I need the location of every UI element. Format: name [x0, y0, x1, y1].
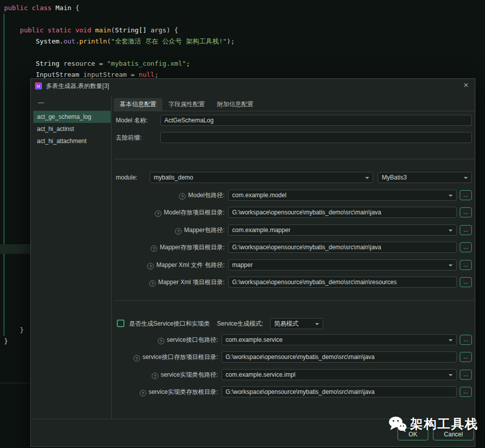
model-name-label: Model 名称: [116, 115, 148, 126]
service-impl-dir-input[interactable]: G:\workspace\opensource\mybatis_demo\src… [222, 386, 457, 397]
chevron-down-icon[interactable] [365, 177, 369, 179]
table-list-panel: — act_ge_schema_log act_hi_actinst act_h… [33, 97, 112, 419]
mapper-xml-dir-input[interactable]: G:\workspace\opensource\mybatis_demo\src… [228, 277, 457, 288]
collapse-button[interactable]: — [38, 99, 44, 106]
input-value: G:\workspace\opensource\mybatis_demo\src… [226, 353, 375, 361]
table-list-item[interactable]: act_ge_schema_log [33, 111, 111, 123]
browse-button[interactable]: ... [460, 335, 472, 345]
code-token: ) { [166, 26, 178, 34]
screen: public class Main { public static void m… [0, 0, 485, 448]
code-token: ( [111, 26, 115, 34]
code-token: out [63, 37, 75, 45]
code-token: String [36, 60, 60, 67]
chevron-down-icon[interactable] [449, 230, 453, 232]
mapper-package-input[interactable]: com.example.mapper [228, 225, 457, 236]
code-token: main [95, 26, 111, 34]
label-text: service实现类包路径: [161, 371, 218, 378]
input-value: mybatis_demo [154, 174, 193, 181]
table-list-item[interactable]: act_hi_attachment [33, 135, 111, 147]
service-impl-package-input[interactable]: com.example.service.impl [222, 369, 457, 380]
browse-button[interactable]: ... [460, 260, 472, 270]
model-name-input[interactable]: ActGeSchemaLog [160, 115, 472, 126]
code-token: { [71, 4, 79, 12]
help-icon[interactable]: ? [179, 193, 186, 200]
generator-version-select[interactable]: MyBatis3 [378, 172, 472, 183]
help-icon[interactable]: ? [152, 373, 158, 379]
intellij-icon: IJ [35, 82, 42, 89]
mapper-xml-package-input[interactable]: mapper [228, 259, 457, 271]
current-line-highlight [0, 244, 30, 254]
code-token: args [151, 26, 166, 34]
help-icon[interactable]: ? [149, 280, 156, 287]
watermark-text: 架构工具栈 [410, 416, 478, 432]
input-value: com.example.mapper [232, 227, 290, 234]
code-token: "mybatis_config.xml" [107, 60, 187, 67]
code-token [71, 26, 75, 34]
code-line: String resource = "mybatis_config.xml"; [4, 58, 190, 69]
chevron-down-icon[interactable] [449, 195, 453, 197]
code-token [52, 4, 56, 12]
label-text: Mapper Xml 文件 包路径: [156, 261, 225, 268]
form-row-service-dir: ?service接口存放项目根目录: G:\workspace\opensour… [114, 351, 474, 363]
service-package-input[interactable]: com.example.service [222, 334, 457, 345]
service-impl-package-label: ?service实现类包路径: [114, 369, 218, 380]
browse-button[interactable]: ... [460, 277, 472, 287]
input-value: G:\workspace\opensource\mybatis_demo\src… [232, 244, 381, 251]
code-token: class [32, 4, 52, 12]
code-token: InputStream [36, 71, 79, 78]
input-value: ActGeSchemaLog [164, 117, 213, 124]
generate-service-checkbox[interactable] [117, 320, 124, 327]
model-dir-label: ?Model存放项目根目录: [114, 207, 225, 218]
form-row-mapper-xml-dir: ?Mapper Xml 项目根目录: G:\workspace\opensour… [114, 277, 474, 288]
chevron-down-icon[interactable] [449, 339, 453, 341]
browse-button[interactable]: ... [460, 225, 472, 235]
chevron-down-icon[interactable] [464, 177, 468, 179]
mapper-package-label: ?Mapper包路径: [114, 225, 225, 236]
editor-divider [0, 383, 30, 383]
form-row-mapper-dir: ?Mapper存放项目根目录: G:\workspace\opensource\… [114, 242, 474, 253]
label-text: Mapper包路径: [184, 227, 225, 234]
code-token: ); [227, 37, 235, 45]
label-text: service实现类存放根目录: [149, 388, 218, 395]
service-dir-input[interactable]: G:\workspace\opensource\mybatis_demo\src… [222, 351, 457, 363]
service-mode-select[interactable]: 简易模式 [270, 318, 323, 329]
help-icon[interactable]: ? [151, 245, 157, 252]
prefix-input[interactable] [160, 132, 472, 143]
tab-additional-info[interactable]: 附加信息配置 [211, 98, 259, 111]
service-dir-label: ?service接口存放项目根目录: [114, 351, 218, 363]
mapper-dir-input[interactable]: G:\workspace\opensource\mybatis_demo\src… [228, 242, 457, 253]
table-list-item[interactable]: act_hi_actinst [33, 123, 111, 135]
help-icon[interactable]: ? [175, 228, 182, 235]
browse-button[interactable]: ... [460, 387, 472, 397]
chevron-down-icon[interactable] [315, 323, 319, 325]
close-icon[interactable]: ✕ [463, 81, 469, 89]
code-token [28, 4, 32, 12]
wechat-icon [388, 416, 407, 432]
model-package-label: ?Model包路径: [114, 190, 225, 201]
chevron-down-icon[interactable] [449, 374, 453, 376]
browse-button[interactable]: ... [460, 207, 472, 217]
tab-field-properties[interactable]: 字段属性配置 [162, 98, 211, 111]
code-token [4, 37, 36, 45]
model-dir-input[interactable]: G:\workspace\opensource\mybatis_demo\src… [228, 207, 457, 218]
chevron-down-icon[interactable] [449, 264, 453, 266]
browse-button[interactable]: ... [460, 370, 472, 380]
browse-button[interactable]: ... [460, 190, 472, 200]
tab-basic-info[interactable]: 基本信息配置 [114, 98, 162, 111]
code-token: println [79, 37, 107, 45]
help-icon[interactable]: ? [147, 263, 154, 270]
browse-button[interactable]: ... [460, 352, 472, 362]
code-line: System.out.println("全套激活 尽在 公众号 架构工具栈!")… [4, 36, 235, 47]
help-icon[interactable]: ? [158, 338, 164, 344]
module-select[interactable]: mybatis_demo [150, 172, 373, 183]
model-package-input[interactable]: com.example.model [228, 190, 457, 201]
mapper-xml-dir-label: ?Mapper Xml 项目根目录: [114, 277, 225, 288]
label-text: Mapper Xml 项目根目录: [158, 279, 225, 286]
browse-button[interactable]: ... [460, 242, 472, 252]
label-text: service接口存放项目根目录: [143, 353, 218, 361]
code-token [4, 71, 36, 78]
help-icon[interactable]: ? [140, 390, 146, 396]
form-row-mapper-xml-package: ?Mapper Xml 文件 包路径: mapper ... [114, 259, 474, 271]
help-icon[interactable]: ? [134, 355, 140, 362]
help-icon[interactable]: ? [155, 210, 161, 217]
